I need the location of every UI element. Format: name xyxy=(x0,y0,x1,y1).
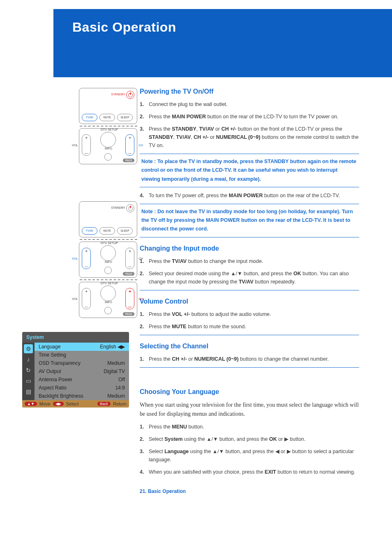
language-intro: When you start using your television for… xyxy=(140,401,359,419)
page-title: Basic Operation xyxy=(53,9,392,35)
dtv-setup-label: DTV SETUP xyxy=(101,128,118,131)
osd-icon-audio: ♪ xyxy=(24,355,33,364)
osd-list: LanguageEnglish ◀▶ Time Setting OSD Tran… xyxy=(35,343,129,400)
osd-row: Time Setting xyxy=(35,351,129,359)
ch-rocker: ✦ xyxy=(125,134,134,156)
vol-rocker-hl: ✦ xyxy=(82,248,91,269)
power-step-1: 1.Connect the plug to the wall outlet. xyxy=(140,100,359,108)
remote-mid-panel: DTV SETUP INFO ✦ ✦ VOL CH PAGE xyxy=(79,128,137,164)
power-step-2: 2.Press the MAIN POWER button on the rea… xyxy=(140,113,359,121)
osd-row: OSD TransparencyMedium xyxy=(35,359,129,367)
osd-row: LanguageEnglish ◀▶ xyxy=(35,343,129,351)
standby-icon xyxy=(126,91,134,99)
power-note-2: Note : Do not leave the TV in standby mo… xyxy=(140,204,359,237)
osd-move-key: ▲▼ xyxy=(25,402,37,406)
nav-circle xyxy=(100,132,116,147)
nav-small xyxy=(104,153,112,161)
diagrams-column: STANDBY TV/AV MUTE SLEEP DTV SETUP INFO … xyxy=(22,88,137,494)
osd-footer: ▲▼Move ◀▶Select BackReturn xyxy=(22,400,129,408)
standby-icon xyxy=(126,204,134,212)
language-step-2: 2.Select System using the ▲/▼ button, an… xyxy=(140,435,359,443)
osd-icon-reload: ↻ xyxy=(24,366,33,375)
osd-row: Aspect Ratio14:9 xyxy=(35,384,129,392)
section-title-volume: Volume Control xyxy=(140,298,359,305)
language-step-4: 4.When you are satisfied with your choic… xyxy=(140,468,359,476)
remote-top-panel: STANDBY TV/AV MUTE SLEEP xyxy=(79,88,137,124)
language-step-1: 1.Press the MENU button. xyxy=(140,423,359,431)
section-title-input: Changing the Input mode xyxy=(140,245,359,252)
osd-select-key: ◀▶ xyxy=(53,402,64,406)
ch-label: CH xyxy=(138,143,143,147)
remote-top-panel-2: STANDBY TV/AV MUTE SLEEP xyxy=(79,201,137,237)
section-title-language: Choosing Your Language xyxy=(140,388,359,396)
input-step-1: 1.Press the TV/AV button to change the i… xyxy=(140,257,359,265)
osd-row: Antenna PowerOff xyxy=(35,375,129,384)
remote-mid-panel-vol: DTV SETUP INFO ✦ ✦ VOL CH PAGE xyxy=(79,242,137,278)
osd-row: AV OutputDigital TV xyxy=(35,367,129,375)
remote-diagram-input-vol-ch: STANDBY TV/AV MUTE SLEEP DTV SETUP INFO … xyxy=(22,201,137,318)
power-step-4: 4.To turn the TV power off, press the MA… xyxy=(140,191,359,200)
vol-rocker: ✦ xyxy=(82,134,91,156)
osd-title: System xyxy=(22,332,129,343)
tvav-button: TV/AV xyxy=(82,114,97,121)
section-title-power: Powering the TV On/Off xyxy=(140,88,359,95)
page-footer-number: 21. Basic Operation xyxy=(140,488,359,494)
volume-step-1: 1.Press the VOL +/- buttons to adjust th… xyxy=(140,310,359,318)
osd-icon-page: ▤ xyxy=(24,387,33,396)
power-step-3: 3.Press the STANDBY, TV/AV or CH +/- but… xyxy=(140,125,359,150)
osd-icon-pip: ▭ xyxy=(24,376,33,385)
standby-label: STANDBY xyxy=(111,92,125,96)
content-column: Powering the TV On/Off 1.Connect the plu… xyxy=(137,88,359,494)
page-header: Basic Operation xyxy=(53,9,392,77)
vol-label: VOL xyxy=(72,143,78,147)
input-step-2: 2.Select your desired mode using the ▲/▼… xyxy=(140,269,359,286)
mute-button: MUTE xyxy=(99,114,115,121)
channel-step-1: 1.Press the CH +/- or NUMERICAL (0~9) bu… xyxy=(140,355,359,363)
osd-back-key: Back xyxy=(97,402,111,406)
page-label: PAGE xyxy=(123,159,134,162)
ch-rocker-hl: ✦ xyxy=(125,288,134,309)
remote-diagram-power: STANDBY TV/AV MUTE SLEEP DTV SETUP INFO … xyxy=(22,88,137,164)
language-step-3: 3.Select Language using the ▲/▼ button, … xyxy=(140,447,359,464)
osd-system-menu: System ⚙ ♪ ↻ ▭ ▤ LanguageEnglish ◀▶ Time… xyxy=(22,332,129,408)
volume-step-2: 2.Press the MUTE button to mute the soun… xyxy=(140,322,359,331)
osd-row: Backlight BrightnessMedium xyxy=(35,392,129,400)
sleep-button: SLEEP xyxy=(117,114,133,121)
section-title-channel: Selecting the Channel xyxy=(140,343,359,350)
remote-mid-panel-ch: DTV SETUP INFO ✦ ✦ VOL CH PAGE xyxy=(79,282,137,318)
power-note-1: Note : To place the TV in standby mode, … xyxy=(140,154,359,187)
osd-icon-system: ⚙ xyxy=(24,344,33,353)
